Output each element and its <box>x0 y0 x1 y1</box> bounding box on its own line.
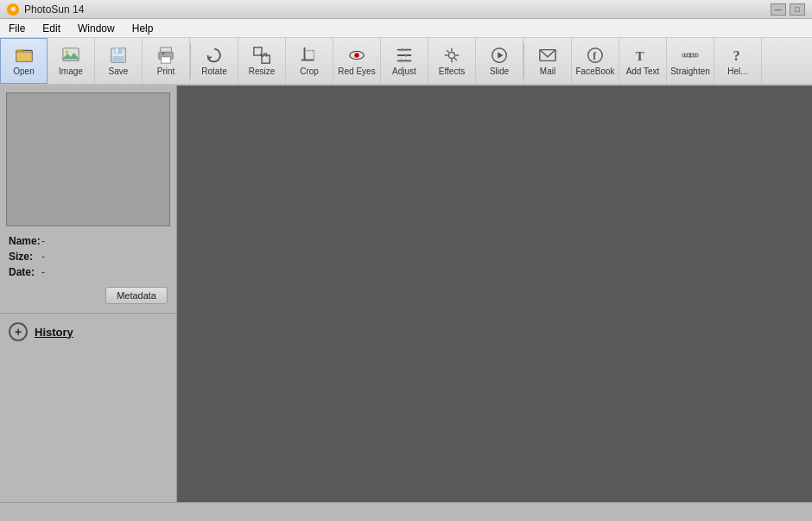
sidebar-divider <box>0 313 176 314</box>
mail-icon <box>538 46 557 65</box>
toolbar-straighten-button[interactable]: Straighten <box>667 38 714 84</box>
metadata-button[interactable]: Metadata <box>105 287 168 304</box>
svg-rect-2 <box>16 52 31 61</box>
svg-rect-12 <box>162 56 171 62</box>
rotate-icon <box>205 46 224 65</box>
size-value: - <box>41 251 45 263</box>
toolbar: Open Image Save Print <box>0 38 812 86</box>
toolbar-save-button[interactable]: Save <box>95 38 143 84</box>
straighten-icon <box>681 46 700 65</box>
size-row: Size: - <box>9 251 168 263</box>
toolbar-rotate-button[interactable]: Rotate <box>191 38 238 84</box>
adjust-label: Adjust <box>392 67 416 77</box>
app-icon: ☀ <box>7 3 19 16</box>
toolbar-help-button[interactable]: ? Hel... <box>714 38 762 84</box>
toolbar-open-button[interactable]: Open <box>0 38 48 84</box>
metadata-btn-container: Metadata <box>0 282 176 309</box>
help-icon: ? <box>728 46 747 65</box>
redeyes-label: Red Eyes <box>338 67 375 77</box>
toolbar-print-button[interactable]: Print <box>143 38 190 84</box>
addtext-icon: T <box>633 46 652 65</box>
facebook-label: FaceBook <box>575 67 614 77</box>
toolbar-addtext-button[interactable]: T Add Text <box>619 38 667 84</box>
toolbar-resize-button[interactable]: Resize <box>238 38 286 84</box>
svg-rect-25 <box>402 48 403 51</box>
svg-rect-29 <box>400 59 402 62</box>
name-value: - <box>41 235 45 247</box>
image-preview <box>6 92 170 226</box>
svg-rect-8 <box>116 48 117 53</box>
save-label: Save <box>109 67 129 77</box>
print-icon <box>156 46 175 65</box>
name-label: Name: <box>9 235 41 247</box>
date-row: Date: - <box>9 266 168 278</box>
straighten-label: Straighten <box>670 67 710 77</box>
resize-icon <box>252 46 271 65</box>
canvas-area <box>177 86 812 502</box>
toolbar-adjust-button[interactable]: Adjust <box>381 38 428 84</box>
adjust-icon <box>395 46 414 65</box>
minimize-button[interactable]: — <box>771 3 786 16</box>
svg-line-34 <box>447 50 449 53</box>
app-title: PhotoSun 14 <box>24 3 84 16</box>
status-bar <box>0 502 812 521</box>
svg-rect-24 <box>397 48 412 50</box>
open-icon <box>15 46 34 65</box>
file-info: Name: - Size: - Date: - <box>0 232 176 282</box>
title-bar-left: ☀ PhotoSun 14 <box>7 3 84 16</box>
toolbar-image-button[interactable]: Image <box>48 38 95 84</box>
menu-window[interactable]: Window <box>69 21 124 36</box>
image-icon <box>61 46 80 65</box>
mail-label: Mail <box>540 67 555 77</box>
svg-rect-7 <box>114 48 122 53</box>
menu-help[interactable]: Help <box>124 21 162 36</box>
preview-image <box>7 93 169 226</box>
toolbar-effects-button[interactable]: Effects <box>428 38 476 84</box>
svg-point-23 <box>357 54 358 55</box>
svg-point-5 <box>66 50 69 54</box>
toolbar-redeyes-button[interactable]: Red Eyes <box>333 38 381 84</box>
main-content: Name: - Size: - Date: - Metadata + Histo… <box>0 86 812 502</box>
help-label: Hel... <box>727 67 747 77</box>
svg-rect-3 <box>16 49 22 52</box>
svg-line-35 <box>454 58 457 60</box>
svg-rect-13 <box>162 53 164 54</box>
sidebar: Name: - Size: - Date: - Metadata + Histo… <box>0 86 177 502</box>
crop-icon <box>300 46 319 65</box>
print-label: Print <box>157 67 175 77</box>
crop-label: Crop <box>300 67 319 77</box>
slide-label: Slide <box>490 67 509 77</box>
history-add-button[interactable]: + <box>9 322 28 341</box>
name-row: Name: - <box>9 235 168 247</box>
facebook-icon: f <box>586 46 605 65</box>
svg-marker-38 <box>498 52 503 58</box>
date-label: Date: <box>9 266 41 278</box>
window-controls: — □ <box>771 3 805 16</box>
svg-point-36 <box>448 52 454 58</box>
svg-rect-26 <box>397 54 412 56</box>
toolbar-mail-button[interactable]: Mail <box>524 38 572 84</box>
redeyes-icon <box>347 46 366 65</box>
toolbar-slide-button[interactable]: Slide <box>476 38 523 84</box>
svg-rect-28 <box>397 60 412 61</box>
svg-point-22 <box>354 53 359 58</box>
open-label: Open <box>13 67 34 77</box>
svg-text:T: T <box>636 48 644 62</box>
effects-label: Effects <box>439 67 465 77</box>
slide-icon <box>490 46 509 65</box>
svg-rect-27 <box>405 54 407 57</box>
menu-edit[interactable]: Edit <box>34 21 69 36</box>
svg-text:?: ? <box>733 48 740 64</box>
toolbar-crop-button[interactable]: Crop <box>286 38 333 84</box>
resize-label: Resize <box>249 67 276 77</box>
rotate-label: Rotate <box>201 67 226 77</box>
image-label: Image <box>59 67 83 77</box>
effects-icon <box>442 46 461 65</box>
title-bar: ☀ PhotoSun 14 — □ <box>0 0 812 19</box>
svg-text:f: f <box>593 49 597 61</box>
toolbar-facebook-button[interactable]: f FaceBook <box>572 38 619 84</box>
menu-file[interactable]: File <box>0 21 34 36</box>
maximize-button[interactable]: □ <box>790 3 805 16</box>
history-label[interactable]: History <box>35 326 73 339</box>
addtext-label: Add Text <box>626 67 660 77</box>
